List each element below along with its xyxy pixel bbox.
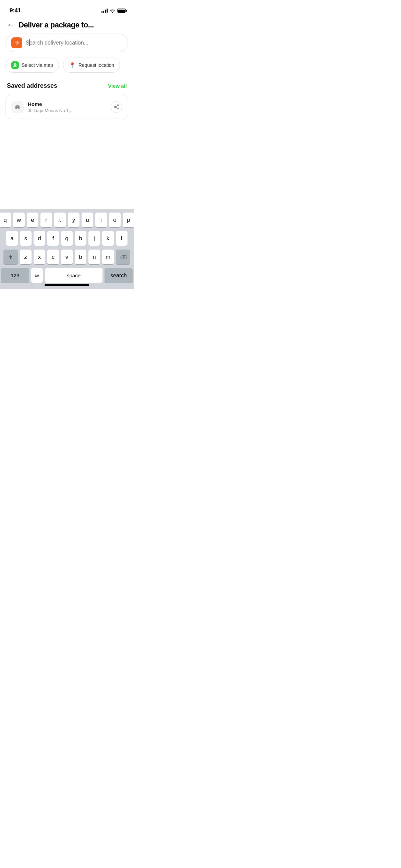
search-input[interactable] xyxy=(26,40,122,46)
location-pin-icon: 📍 xyxy=(69,62,76,69)
svg-line-3 xyxy=(116,106,117,107)
key-c[interactable]: c xyxy=(47,250,59,264)
saved-addresses-header: Saved addresses View all xyxy=(0,82,134,89)
key-h[interactable]: h xyxy=(75,231,86,246)
search-container xyxy=(0,34,134,52)
key-l[interactable]: l xyxy=(116,231,127,246)
key-e[interactable]: e xyxy=(27,213,38,227)
delivery-icon xyxy=(11,37,22,48)
shift-key[interactable] xyxy=(3,250,18,264)
key-p[interactable]: p xyxy=(123,213,134,227)
key-k[interactable]: k xyxy=(102,231,114,246)
key-r[interactable]: r xyxy=(40,213,52,227)
svg-line-4 xyxy=(116,107,117,108)
emoji-key[interactable]: ☺ xyxy=(31,268,43,283)
key-b[interactable]: b xyxy=(75,250,86,264)
status-time: 9:41 xyxy=(10,7,21,14)
share-button[interactable] xyxy=(111,101,122,113)
text-cursor xyxy=(29,39,30,46)
status-icons xyxy=(101,9,127,13)
address-detail: Jl. Tugu Monas No.1,... xyxy=(28,108,107,113)
address-card[interactable]: Home Jl. Tugu Monas No.1,... xyxy=(5,95,128,119)
key-o[interactable]: o xyxy=(109,213,121,227)
signal-icon xyxy=(101,9,108,13)
key-v[interactable]: v xyxy=(61,250,73,264)
location-button-label: Request location xyxy=(78,62,114,68)
key-g[interactable]: g xyxy=(61,231,73,246)
key-y[interactable]: y xyxy=(68,213,80,227)
search-bar[interactable] xyxy=(5,34,128,52)
search-key[interactable]: search xyxy=(105,268,133,283)
header: ← Deliver a package to... xyxy=(0,16,134,34)
map-icon xyxy=(11,61,19,69)
key-j[interactable]: j xyxy=(88,231,100,246)
key-d[interactable]: d xyxy=(34,231,45,246)
svg-point-1 xyxy=(114,106,116,108)
key-i[interactable]: i xyxy=(95,213,107,227)
key-u[interactable]: u xyxy=(82,213,93,227)
page-title: Deliver a package to... xyxy=(19,21,94,29)
key-s[interactable]: s xyxy=(20,231,32,246)
key-q[interactable]: q xyxy=(0,213,11,227)
key-t[interactable]: t xyxy=(54,213,66,227)
section-title: Saved addresses xyxy=(7,82,57,89)
key-x[interactable]: x xyxy=(34,250,45,264)
select-via-map-button[interactable]: Select via map xyxy=(5,58,59,73)
keyboard-row-3: z x c v b n m xyxy=(1,250,133,264)
keyboard-row-2: a s d f g h j k l xyxy=(1,231,133,246)
home-icon-wrap xyxy=(11,101,24,113)
svg-point-0 xyxy=(117,105,119,106)
key-m[interactable]: m xyxy=(102,250,114,264)
delete-key[interactable] xyxy=(116,250,130,264)
key-z[interactable]: z xyxy=(20,250,32,264)
status-bar: 9:41 xyxy=(0,0,134,16)
request-location-button[interactable]: 📍 Request location xyxy=(63,58,120,73)
view-all-button[interactable]: View all xyxy=(108,83,127,89)
address-name: Home xyxy=(28,101,107,107)
key-f[interactable]: f xyxy=(47,231,59,246)
address-info: Home Jl. Tugu Monas No.1,... xyxy=(28,101,107,113)
wifi-icon xyxy=(110,9,115,13)
svg-point-2 xyxy=(117,108,119,109)
home-indicator xyxy=(45,284,89,286)
home-indicator-row xyxy=(1,283,133,288)
map-button-label: Select via map xyxy=(22,62,53,68)
back-button[interactable]: ← xyxy=(7,21,14,29)
action-buttons: Select via map 📍 Request location xyxy=(0,58,134,73)
space-key[interactable]: space xyxy=(45,268,102,283)
key-n[interactable]: n xyxy=(88,250,100,264)
keyboard: q w e r t y u i o p a s d f g h j k l z … xyxy=(0,209,134,289)
keyboard-row-1: q w e r t y u i o p xyxy=(1,213,133,227)
num-key[interactable]: 123 xyxy=(1,268,29,283)
key-w[interactable]: w xyxy=(13,213,25,227)
key-a[interactable]: a xyxy=(6,231,18,246)
battery-icon xyxy=(117,9,127,13)
keyboard-bottom-row: 123 ☺ space search xyxy=(1,268,133,283)
